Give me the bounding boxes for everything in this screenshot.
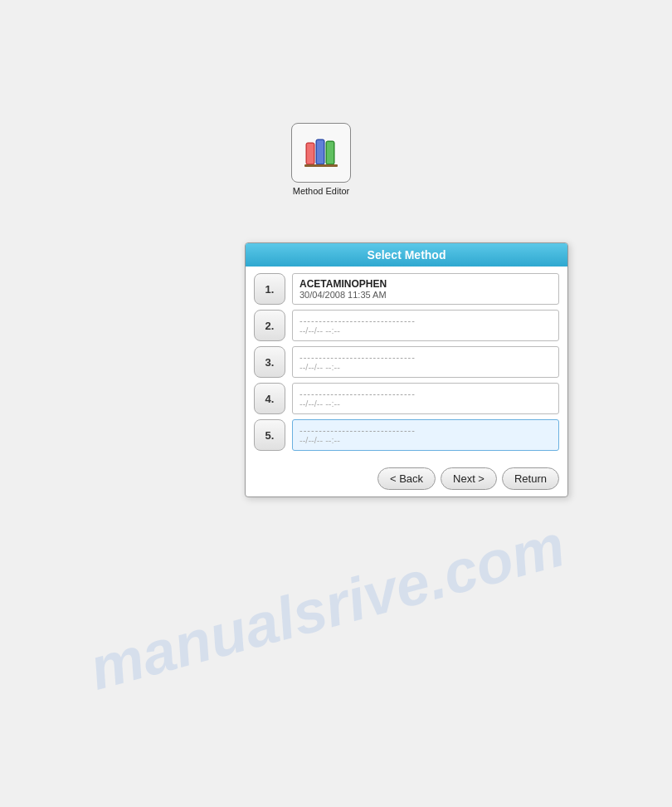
svg-rect-1 — [307, 144, 314, 164]
return-button[interactable]: Return — [502, 467, 559, 490]
svg-rect-5 — [327, 142, 334, 164]
method-num-btn-4[interactable]: 4. — [254, 383, 285, 414]
method-date-1: 30/04/2008 11:35 AM — [299, 290, 552, 300]
svg-rect-6 — [304, 164, 338, 167]
method-row-3: 3. ------------------------------ --/--/… — [254, 346, 559, 378]
method-row-1: 1. ACETAMINOPHEN 30/04/2008 11:35 AM — [254, 273, 559, 305]
method-row-4: 4. ------------------------------ --/--/… — [254, 383, 559, 414]
method-name-1: ACETAMINOPHEN — [299, 278, 552, 290]
method-info-box-5[interactable]: ------------------------------ --/--/-- … — [292, 419, 559, 451]
method-dashes-3: ------------------------------ — [299, 352, 552, 362]
method-info-box-4[interactable]: ------------------------------ --/--/-- … — [292, 383, 559, 414]
method-dashes-5: ------------------------------ — [299, 425, 552, 435]
method-date-5: --/--/-- --:-- — [299, 435, 552, 445]
dialog-title: Select Method — [246, 243, 567, 267]
method-info-box-3[interactable]: ------------------------------ --/--/-- … — [292, 346, 559, 378]
method-dashes-2: ------------------------------ — [299, 315, 552, 325]
method-num-btn-3[interactable]: 3. — [254, 346, 285, 378]
books-icon — [301, 133, 341, 173]
method-info-box-1[interactable]: ACETAMINOPHEN 30/04/2008 11:35 AM — [292, 273, 559, 305]
method-editor-icon-box[interactable] — [291, 123, 351, 183]
method-date-4: --/--/-- --:-- — [299, 399, 552, 408]
back-button[interactable]: < Back — [377, 467, 436, 490]
method-num-btn-5[interactable]: 5. — [254, 419, 285, 451]
method-dashes-4: ------------------------------ — [299, 389, 552, 399]
method-date-3: --/--/-- --:-- — [299, 362, 552, 372]
select-method-dialog: Select Method 1. ACETAMINOPHEN 30/04/200… — [245, 242, 568, 497]
next-button[interactable]: Next > — [441, 467, 497, 490]
dialog-body: 1. ACETAMINOPHEN 30/04/2008 11:35 AM 2. … — [246, 267, 567, 462]
dialog-footer: < Back Next > Return — [246, 462, 567, 496]
method-num-btn-1[interactable]: 1. — [254, 273, 285, 305]
method-num-btn-2[interactable]: 2. — [254, 310, 285, 341]
svg-rect-3 — [317, 140, 324, 164]
method-info-box-2[interactable]: ------------------------------ --/--/-- … — [292, 310, 559, 341]
method-row-2: 2. ------------------------------ --/--/… — [254, 310, 559, 341]
method-date-2: --/--/-- --:-- — [299, 325, 552, 335]
method-row-5: 5. ------------------------------ --/--/… — [254, 419, 559, 451]
watermark: manualsrive.com — [82, 511, 571, 702]
method-editor-label: Method Editor — [293, 186, 349, 196]
method-editor-icon-container[interactable]: Method Editor — [291, 123, 351, 196]
